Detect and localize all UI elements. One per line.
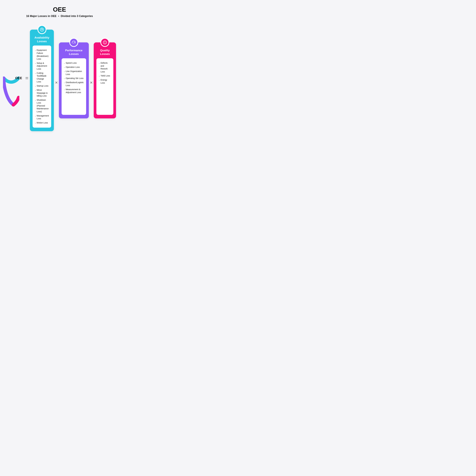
availability-card-title: AvailabilityLosses <box>33 36 51 43</box>
list-item: Cutting Tool/Blade Change Loss <box>35 71 49 84</box>
main-layout: OEE = AvailabilityLosses Equipment Failu… <box>3 25 116 131</box>
multiply-1: × <box>55 80 58 85</box>
quality-card-wrapper: QualityLosses Defects and Rework Loss Yi… <box>94 38 116 119</box>
availability-icon-circle <box>37 25 46 34</box>
equals-sign: = <box>25 75 28 81</box>
list-item: Minor Stoppage & Idling Loss <box>35 88 49 98</box>
list-item: Equipment Failure (Breakdown) Loss <box>35 48 49 61</box>
svg-point-5 <box>73 43 74 44</box>
list-item: Operation Loss <box>64 65 84 69</box>
availability-card-wrapper: AvailabilityLosses Equipment Failure (Br… <box>30 25 54 131</box>
quality-card: QualityLosses Defects and Rework Loss Yi… <box>94 42 116 119</box>
oee-label: OEE <box>15 76 22 80</box>
exclamation-icon <box>102 40 107 45</box>
speedometer-icon <box>71 40 76 45</box>
subtitle-bold: 16 Major Losses in OEE <box>26 15 56 17</box>
subtitle-light: Divided into 3 Categories <box>61 15 93 17</box>
availability-card: AvailabilityLosses Equipment Failure (Br… <box>30 30 54 131</box>
list-item: Measurement & Adjustment Loss <box>64 87 84 94</box>
list-item: Startup Loss <box>35 84 49 88</box>
subtitle-dot: • <box>58 15 59 17</box>
performance-card-title: PerformanceLosses <box>62 49 86 56</box>
list-item: Motion Loss <box>35 121 49 125</box>
list-item: Speed Loss <box>64 61 84 65</box>
performance-icon-circle <box>69 38 78 47</box>
list-item: Setup & Adjustment Loss <box>35 61 49 71</box>
list-item: Defects and Rework Loss <box>99 61 111 74</box>
availability-list: Equipment Failure (Breakdown) Loss Setup… <box>35 48 49 125</box>
page-subtitle: 16 Major Losses in OEE • Divided into 3 … <box>26 15 93 18</box>
list-item: Yield Loss <box>99 74 111 78</box>
list-item: Operating Stir Loss <box>64 76 84 81</box>
availability-card-body: Equipment Failure (Breakdown) Loss Setup… <box>33 46 51 127</box>
performance-card-wrapper: PerformanceLosses Speed Loss Operation L… <box>59 38 89 119</box>
quality-card-body: Defects and Rework Loss Yield Loss Energ… <box>96 58 113 115</box>
clock-icon <box>40 27 44 32</box>
list-item: Line Organization Loss <box>64 69 84 76</box>
page-title: OEE <box>53 6 66 13</box>
svg-point-8 <box>105 43 105 43</box>
cards-container: AvailabilityLosses Equipment Failure (Br… <box>30 25 116 131</box>
performance-list: Speed Loss Operation Loss Line Organizat… <box>64 61 84 95</box>
arc-container: OEE <box>3 47 22 109</box>
multiply-2: × <box>90 80 93 85</box>
quality-list: Defects and Rework Loss Yield Loss Energ… <box>99 61 111 85</box>
performance-card: PerformanceLosses Speed Loss Operation L… <box>59 42 89 119</box>
quality-card-title: QualityLosses <box>96 49 113 56</box>
performance-card-body: Speed Loss Operation Loss Line Organizat… <box>62 58 86 115</box>
list-item: Shutdown Loss (Planned Maintenance Loss) <box>35 98 49 114</box>
list-item: Energy Loss <box>99 78 111 85</box>
list-item: Management Loss <box>35 114 49 121</box>
list-item: Distribution/Logistic Loss <box>64 81 84 87</box>
quality-icon-circle <box>101 38 109 47</box>
